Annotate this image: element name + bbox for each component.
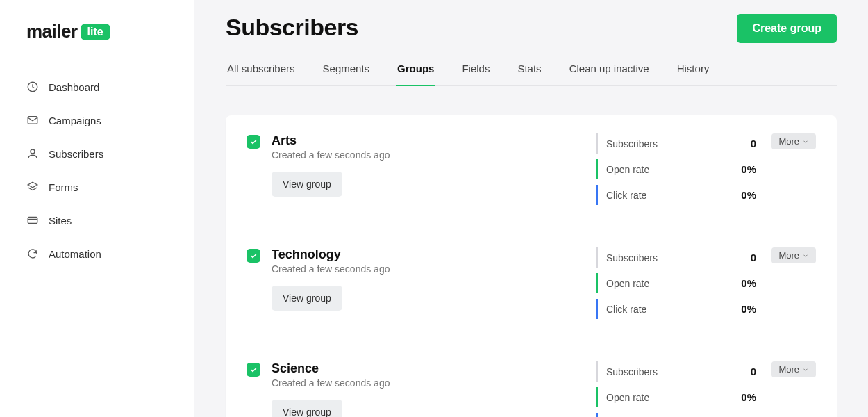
group-actions: More xyxy=(767,133,816,211)
view-group-button[interactable]: View group xyxy=(272,286,342,311)
svg-rect-3 xyxy=(28,218,37,224)
more-button[interactable]: More xyxy=(771,247,816,263)
stat-value: 0% xyxy=(741,277,756,289)
stat-value: 0% xyxy=(741,391,756,403)
sidebar-item-dashboard[interactable]: Dashboard xyxy=(0,70,194,104)
sidebar-item-forms[interactable]: Forms xyxy=(0,170,194,204)
logo-badge: lite xyxy=(81,24,110,40)
view-group-button[interactable]: View group xyxy=(272,400,342,417)
sidebar: mailer lite Dashboard Campaigns Subscrib… xyxy=(0,0,194,417)
group-created: Created a few seconds ago xyxy=(272,377,585,389)
stat-subscribers: Subscribers 0 xyxy=(596,133,756,154)
created-time: a few seconds ago xyxy=(309,263,390,275)
stat-subscribers: Subscribers 0 xyxy=(596,247,756,268)
page-title: Subscribers xyxy=(226,14,358,41)
logo-text: mailer xyxy=(26,21,78,42)
stat-subscribers: Subscribers 0 xyxy=(596,361,756,382)
stat-click-rate: Click rate 0% xyxy=(596,185,756,205)
group-actions: More xyxy=(767,247,816,325)
tab-all-subscribers[interactable]: All subscribers xyxy=(226,56,297,85)
chevron-down-icon xyxy=(802,252,809,259)
group-stats: Subscribers 0 Open rate 0% Click rate 0% xyxy=(596,133,756,211)
user-icon xyxy=(26,147,39,160)
group-row: Arts Created a few seconds ago View grou… xyxy=(226,115,837,229)
group-info: Science Created a few seconds ago View g… xyxy=(272,361,585,417)
stat-value: 0 xyxy=(751,366,756,377)
group-name: Science xyxy=(272,361,585,376)
groups-list: Arts Created a few seconds ago View grou… xyxy=(226,115,837,417)
group-name: Arts xyxy=(272,133,585,148)
created-prefix: Created xyxy=(272,377,309,389)
group-checkbox[interactable] xyxy=(247,135,260,149)
created-prefix: Created xyxy=(272,263,309,275)
stat-open-rate: Open rate 0% xyxy=(596,159,756,179)
more-label: More xyxy=(778,136,799,147)
card-icon xyxy=(26,214,39,227)
check-icon xyxy=(249,252,258,260)
tab-history[interactable]: History xyxy=(676,56,711,85)
tab-stats[interactable]: Stats xyxy=(516,56,542,85)
stat-value: 0% xyxy=(741,303,756,315)
stat-click-rate: Click rate 0% xyxy=(596,299,756,319)
mail-icon xyxy=(26,114,39,126)
tab-fields[interactable]: Fields xyxy=(460,56,491,85)
stat-open-rate: Open rate 0% xyxy=(596,273,756,293)
created-prefix: Created xyxy=(272,149,309,161)
group-stats: Subscribers 0 Open rate 0% Click rate 0% xyxy=(596,247,756,325)
chevron-down-icon xyxy=(802,138,809,145)
stat-click-rate: Click rate 0% xyxy=(596,413,756,417)
group-created: Created a few seconds ago xyxy=(272,149,585,161)
group-stats: Subscribers 0 Open rate 0% Click rate 0% xyxy=(596,361,756,417)
stat-value: 0% xyxy=(741,189,756,201)
stat-value: 0% xyxy=(741,163,756,175)
group-row: Science Created a few seconds ago View g… xyxy=(226,343,837,417)
main-content: Subscribers Create group All subscribers… xyxy=(194,0,868,417)
sidebar-item-subscribers[interactable]: Subscribers xyxy=(0,137,194,170)
stat-label: Click rate xyxy=(606,304,646,315)
sidebar-item-label: Forms xyxy=(49,181,78,193)
clock-icon xyxy=(26,81,39,93)
chevron-down-icon xyxy=(802,366,809,373)
sidebar-item-label: Dashboard xyxy=(49,81,99,93)
sidebar-item-campaigns[interactable]: Campaigns xyxy=(0,104,194,137)
group-checkbox[interactable] xyxy=(247,249,260,263)
tab-clean-up-inactive[interactable]: Clean up inactive xyxy=(568,56,651,85)
stat-open-rate: Open rate 0% xyxy=(596,387,756,407)
group-checkbox[interactable] xyxy=(247,363,260,377)
page-header: Subscribers Create group xyxy=(226,14,837,43)
group-info: Arts Created a few seconds ago View grou… xyxy=(272,133,585,211)
stat-label: Open rate xyxy=(606,164,649,175)
stat-value: 0 xyxy=(751,138,756,149)
stat-label: Click rate xyxy=(606,190,646,201)
layers-icon xyxy=(26,181,39,193)
svg-point-2 xyxy=(31,149,35,154)
sidebar-item-label: Subscribers xyxy=(49,148,103,160)
group-actions: More xyxy=(767,361,816,417)
stat-label: Subscribers xyxy=(606,366,658,377)
tab-groups[interactable]: Groups xyxy=(396,56,435,85)
sidebar-item-label: Sites xyxy=(49,215,72,227)
sidebar-item-label: Campaigns xyxy=(49,115,101,126)
tabs: All subscribers Segments Groups Fields S… xyxy=(226,56,837,86)
sidebar-item-sites[interactable]: Sites xyxy=(0,204,194,237)
check-icon xyxy=(249,366,258,374)
stat-label: Subscribers xyxy=(606,252,658,263)
check-icon xyxy=(249,138,258,146)
stat-label: Subscribers xyxy=(606,138,658,149)
view-group-button[interactable]: View group xyxy=(272,172,342,197)
create-group-button[interactable]: Create group xyxy=(737,14,837,43)
stat-value: 0 xyxy=(751,252,756,263)
tab-segments[interactable]: Segments xyxy=(322,56,372,85)
group-info: Technology Created a few seconds ago Vie… xyxy=(272,247,585,325)
group-name: Technology xyxy=(272,247,585,262)
logo: mailer lite xyxy=(0,21,194,63)
nav-list: Dashboard Campaigns Subscribers Forms Si… xyxy=(0,63,194,277)
sidebar-item-label: Automation xyxy=(49,248,101,260)
more-button[interactable]: More xyxy=(771,133,816,149)
refresh-icon xyxy=(26,247,39,260)
more-label: More xyxy=(778,364,799,375)
stat-label: Open rate xyxy=(606,392,649,403)
created-time: a few seconds ago xyxy=(309,377,390,389)
more-button[interactable]: More xyxy=(771,361,816,377)
sidebar-item-automation[interactable]: Automation xyxy=(0,237,194,270)
